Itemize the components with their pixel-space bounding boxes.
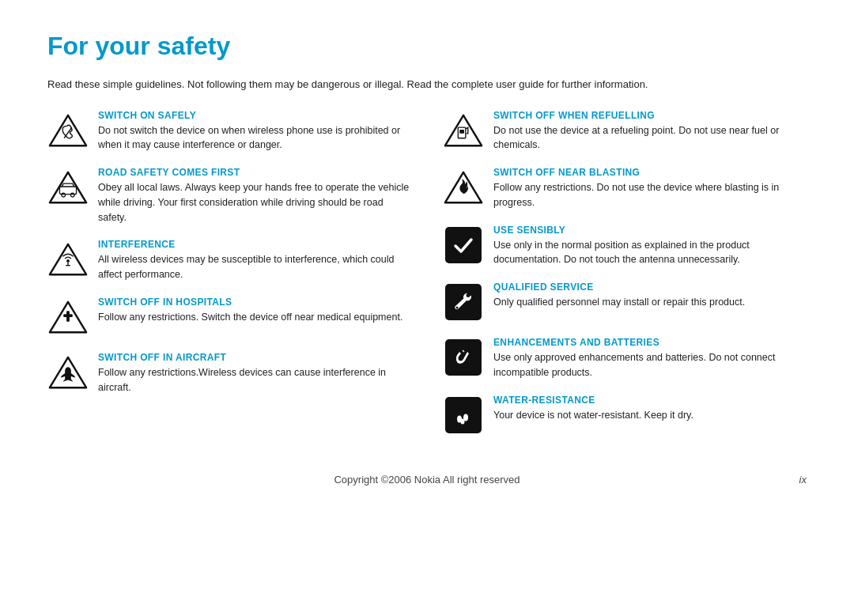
water-resistance-icon <box>443 395 484 436</box>
svg-rect-12 <box>63 314 73 317</box>
section-use-sensibly: USE SENSIBLY Use only in the normal posi… <box>443 225 807 268</box>
section-road-safety: ROAD SAFETY COMES FIRST Obey all local l… <box>47 167 411 225</box>
aircraft-icon <box>47 352 89 393</box>
left-column: SWITCH ON SAFELY Do not switch the devic… <box>47 110 411 450</box>
interference-title: INTERFERENCE <box>98 239 411 250</box>
switch-on-safely-content: SWITCH ON SAFELY Do not switch the devic… <box>98 110 411 153</box>
section-hospitals: SWITCH OFF IN HOSPITALS Follow any restr… <box>47 297 411 338</box>
page-title: For your safety <box>47 32 807 61</box>
water-resistance-content: WATER-RESISTANCE Your device is not wate… <box>493 395 693 423</box>
blasting-icon <box>443 167 484 208</box>
qualified-service-icon <box>443 282 484 323</box>
svg-point-23 <box>461 418 465 424</box>
section-aircraft: SWITCH OFF IN AIRCRAFT Follow any restri… <box>47 352 411 395</box>
section-blasting: SWITCH OFF NEAR BLASTING Follow any rest… <box>443 167 807 210</box>
hospitals-title: SWITCH OFF IN HOSPITALS <box>98 297 402 308</box>
blasting-content: SWITCH OFF NEAR BLASTING Follow any rest… <box>493 167 807 210</box>
water-resistance-square <box>445 397 482 433</box>
refuelling-title: SWITCH OFF WHEN REFUELLING <box>493 110 807 121</box>
road-safety-icon <box>47 167 89 208</box>
svg-marker-2 <box>50 172 86 202</box>
blasting-title: SWITCH OFF NEAR BLASTING <box>493 167 807 178</box>
svg-rect-16 <box>459 130 464 134</box>
enhancements-icon <box>443 337 484 378</box>
road-safety-title: ROAD SAFETY COMES FIRST <box>98 167 411 178</box>
interference-body: All wireless devices may be susceptible … <box>98 252 411 282</box>
road-safety-body: Obey all local laws. Always keep your ha… <box>98 180 411 225</box>
section-switch-on-safely: SWITCH ON SAFELY Do not switch the devic… <box>47 110 411 153</box>
hospitals-body: Follow any restrictions. Switch the devi… <box>98 310 402 325</box>
aircraft-content: SWITCH OFF IN AIRCRAFT Follow any restri… <box>98 352 411 395</box>
refuelling-body: Do not use the device at a refueling poi… <box>493 123 807 153</box>
aircraft-body: Follow any restrictions.Wireless devices… <box>98 365 411 395</box>
switch-on-safely-title: SWITCH ON SAFELY <box>98 110 411 121</box>
enhancements-content: ENHANCEMENTS AND BATTERIES Use only appr… <box>493 337 807 380</box>
section-refuelling: SWITCH OFF WHEN REFUELLING Do not use th… <box>443 110 807 153</box>
footer-copyright: Copyright ©2006 Nokia All right reserved <box>334 474 520 486</box>
use-sensibly-body: Use only in the normal position as expla… <box>493 238 807 268</box>
svg-marker-0 <box>50 115 86 145</box>
section-qualified-service: QUALIFIED SERVICE Only qualified personn… <box>443 282 807 323</box>
footer: Copyright ©2006 Nokia All right reserved… <box>47 474 807 486</box>
switch-on-safely-body: Do not switch the device on when wireles… <box>98 123 411 153</box>
enhancements-title: ENHANCEMENTS AND BATTERIES <box>493 337 807 348</box>
hospitals-content: SWITCH OFF IN HOSPITALS Follow any restr… <box>98 297 402 325</box>
interference-icon <box>47 239 89 280</box>
switch-on-safely-icon <box>47 110 89 151</box>
qualified-service-title: QUALIFIED SERVICE <box>493 282 745 293</box>
interference-content: INTERFERENCE All wireless devices may be… <box>98 239 411 282</box>
section-interference: INTERFERENCE All wireless devices may be… <box>47 239 411 282</box>
use-sensibly-icon <box>443 225 484 266</box>
section-water-resistance: WATER-RESISTANCE Your device is not wate… <box>443 395 807 436</box>
section-enhancements: ENHANCEMENTS AND BATTERIES Use only appr… <box>443 337 807 380</box>
right-column: SWITCH OFF WHEN REFUELLING Do not use th… <box>443 110 807 450</box>
use-sensibly-square <box>445 227 482 263</box>
qualified-service-square <box>445 284 482 320</box>
refuelling-content: SWITCH OFF WHEN REFUELLING Do not use th… <box>493 110 807 153</box>
blasting-body: Follow any restrictions. Do not use the … <box>493 180 807 210</box>
qualified-service-body: Only qualified personnel may install or … <box>493 295 745 310</box>
footer-page-number: ix <box>799 474 807 486</box>
use-sensibly-content: USE SENSIBLY Use only in the normal posi… <box>493 225 807 268</box>
svg-point-7 <box>66 259 70 263</box>
water-resistance-title: WATER-RESISTANCE <box>493 395 693 406</box>
hospitals-icon <box>47 297 89 338</box>
svg-point-19 <box>456 307 459 309</box>
content-grid: SWITCH ON SAFELY Do not switch the devic… <box>47 110 807 450</box>
aircraft-title: SWITCH OFF IN AIRCRAFT <box>98 352 411 363</box>
road-safety-content: ROAD SAFETY COMES FIRST Obey all local l… <box>98 167 411 225</box>
qualified-service-content: QUALIFIED SERVICE Only qualified personn… <box>493 282 745 310</box>
refuelling-icon <box>443 110 484 151</box>
enhancements-body: Use only approved enhancements and batte… <box>493 350 807 380</box>
intro-text: Read these simple guidelines. Not follow… <box>47 77 807 93</box>
enhancements-square <box>445 339 482 376</box>
water-resistance-body: Your device is not water-resistant. Keep… <box>493 408 693 423</box>
svg-line-20 <box>463 350 464 352</box>
use-sensibly-title: USE SENSIBLY <box>493 225 807 236</box>
